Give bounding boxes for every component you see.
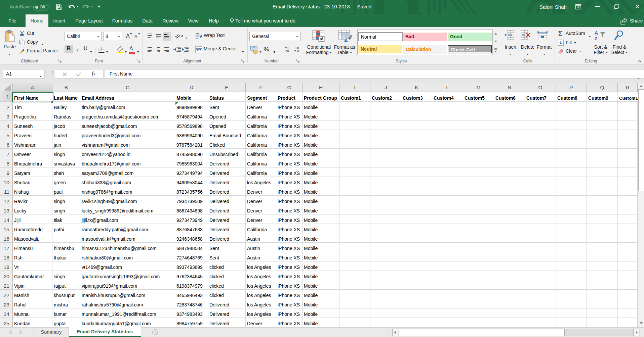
svg-text:ab: ab (175, 33, 181, 40)
svg-text:.0: .0 (287, 46, 289, 50)
svg-text:Z: Z (595, 36, 598, 41)
svg-text:.00: .00 (295, 46, 299, 50)
svg-text:.0: .0 (296, 50, 299, 53)
svg-text:A: A (595, 30, 598, 36)
svg-text:.00: .00 (285, 50, 289, 53)
